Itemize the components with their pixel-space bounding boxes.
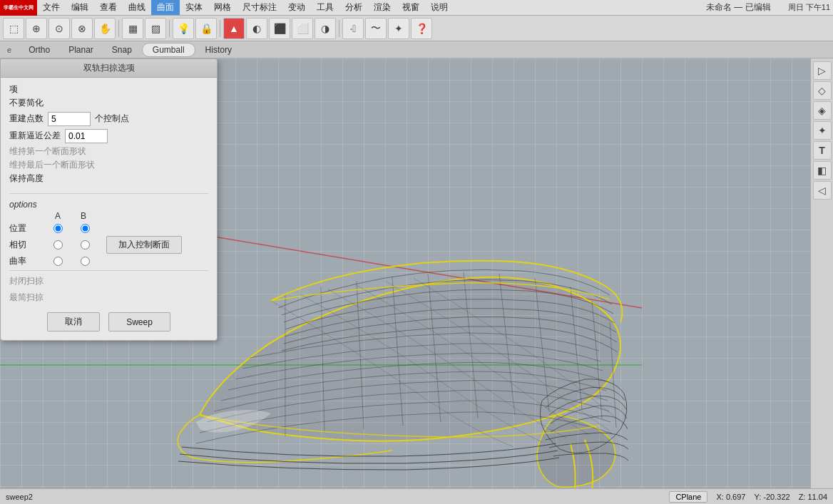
curvature-radios bbox=[45, 257, 98, 266]
tolerance-label: 重新逼近公差 bbox=[9, 130, 61, 142]
tool-shading-3[interactable]: ⬛ bbox=[269, 18, 290, 39]
menu-dim[interactable]: 尺寸标注 bbox=[237, 0, 282, 15]
tool-select[interactable]: ⬚ bbox=[3, 18, 24, 39]
menu-edit[interactable]: 编辑 bbox=[66, 0, 94, 15]
tangent-radio-a[interactable] bbox=[53, 240, 63, 250]
rebuild-row: 重建点数 个控制点 bbox=[9, 111, 208, 126]
viewbtn-history[interactable]: History bbox=[197, 43, 240, 57]
dialog-title: 双轨扫掠选项 bbox=[1, 59, 217, 78]
options-header: options bbox=[1, 197, 217, 211]
menu-items: 文件 编辑 查看 曲线 曲面 实体 网格 尺寸标注 变动 工具 分析 渲染 视窗… bbox=[37, 0, 706, 15]
menu-surface[interactable]: 曲面 bbox=[151, 0, 180, 15]
right-tool-scale[interactable]: ◈ bbox=[813, 101, 832, 120]
options-col-headers: A B bbox=[9, 211, 208, 221]
right-tool-split[interactable]: ◧ bbox=[813, 161, 832, 180]
right-panel: ▷ ◇ ◈ ✦ T ◧ ◁ bbox=[810, 58, 833, 488]
tangent-label: 相切 bbox=[9, 239, 45, 251]
menu-help[interactable]: 说明 bbox=[425, 0, 454, 15]
curvature-radio-b[interactable] bbox=[81, 257, 90, 266]
position-radios bbox=[45, 224, 98, 233]
sweep-button[interactable]: Sweep bbox=[108, 312, 170, 331]
tool-lock[interactable]: 🔒 bbox=[195, 18, 217, 39]
tool-shading-5[interactable]: ◑ bbox=[315, 18, 336, 39]
maintain-last-label: 维持最后一个断面形状 bbox=[9, 159, 208, 171]
menu-analyze[interactable]: 分析 bbox=[339, 0, 368, 15]
rebuild-input[interactable] bbox=[48, 112, 91, 126]
menu-curve[interactable]: 曲线 bbox=[123, 0, 151, 15]
tangent-radio-a-cell bbox=[45, 240, 71, 250]
tool-help[interactable]: ❓ bbox=[411, 18, 432, 39]
position-radio-b-cell bbox=[72, 224, 98, 233]
tool-gumball[interactable]: ✦ bbox=[388, 18, 409, 39]
viewbtn-ortho[interactable]: Ortho bbox=[20, 43, 58, 57]
right-tool-gumball[interactable]: ✦ bbox=[813, 121, 832, 140]
tool-light[interactable]: 💡 bbox=[173, 18, 194, 39]
right-tool-rotate[interactable]: ◇ bbox=[813, 81, 832, 100]
tangent-radio-b[interactable] bbox=[81, 240, 90, 250]
app-logo: 学霸生中文网 bbox=[0, 0, 37, 16]
menu-view[interactable]: 查看 bbox=[94, 0, 123, 15]
position-radio-a-cell bbox=[45, 224, 71, 233]
options-row-tangent: 相切 加入控制断面 bbox=[9, 236, 208, 254]
right-tool-arrow[interactable]: ▷ bbox=[813, 61, 832, 80]
maintain-first-label: 维持第一个断面形状 bbox=[9, 145, 208, 158]
tool-point[interactable]: ·⃣ bbox=[342, 18, 364, 39]
status-bar: sweep2 CPlane X: 0.697 Y: -20.322 Z: 11.… bbox=[0, 488, 833, 504]
cancel-button[interactable]: 取消 bbox=[47, 312, 100, 331]
menu-transform[interactable]: 变动 bbox=[282, 0, 311, 15]
tolerance-input[interactable] bbox=[65, 129, 108, 143]
time-display: 周日 下午11 bbox=[788, 2, 830, 13]
tool-grid[interactable]: ▦ bbox=[122, 18, 143, 39]
viewbtn-gumball[interactable]: Gumball bbox=[142, 43, 195, 57]
options-row-position: 位置 bbox=[9, 222, 208, 235]
tool-zoom-window[interactable]: ⊕ bbox=[26, 18, 47, 39]
y-coord: Y: -20.322 bbox=[754, 493, 789, 501]
shoe-model bbox=[143, 115, 642, 488]
viewport[interactable]: 双轨扫掠选项 项 不要简化 重建点数 个控制点 重新逼近公差 维持第一个断面形状… bbox=[0, 58, 810, 488]
add-section-button[interactable]: 加入控制断面 bbox=[106, 236, 182, 254]
tool-shading-4[interactable]: ⬜ bbox=[292, 18, 313, 39]
viewbtn-snap[interactable]: Snap bbox=[103, 43, 140, 57]
menu-viewport[interactable]: 视窗 bbox=[397, 0, 425, 15]
dialog-section-label: 项 bbox=[9, 83, 208, 96]
toolbar: ⬚ ⊕ ⊙ ⊗ ✋ ▦ ▨ 💡 🔒 ▲ ◐ ⬛ ⬜ ◑ ·⃣ 〜 ✦ ❓ bbox=[0, 16, 833, 41]
menu-render[interactable]: 渲染 bbox=[368, 0, 397, 15]
position-radio-a[interactable] bbox=[53, 224, 63, 233]
tool-render-mode[interactable]: ▨ bbox=[145, 18, 166, 39]
tangent-radios bbox=[45, 240, 98, 250]
tool-curve[interactable]: 〜 bbox=[365, 18, 387, 39]
toolbar-separator-1 bbox=[118, 20, 119, 37]
col-b-header: B bbox=[71, 211, 96, 221]
menu-tools[interactable]: 工具 bbox=[311, 0, 339, 15]
tangent-radio-b-cell bbox=[72, 240, 98, 250]
view-bar: e Ortho Planar Snap Gumball History bbox=[0, 41, 833, 58]
curvature-radio-b-cell bbox=[72, 257, 98, 266]
options-table: A B 位置 相切 bbox=[1, 211, 217, 267]
tool-shading-2[interactable]: ◐ bbox=[246, 18, 267, 39]
tool-zoom-extents[interactable]: ⊙ bbox=[48, 18, 70, 39]
menu-file[interactable]: 文件 bbox=[37, 0, 66, 15]
closed-sweep-label: 封闭扫掠 bbox=[1, 274, 217, 289]
options-row-curvature: 曲率 bbox=[9, 255, 208, 267]
curvature-label: 曲率 bbox=[9, 255, 45, 267]
right-tool-back[interactable]: ◁ bbox=[813, 181, 832, 200]
tool-shading-1[interactable]: ▲ bbox=[223, 18, 245, 39]
tool-zoom-selected[interactable]: ⊗ bbox=[71, 18, 93, 39]
menu-mesh[interactable]: 网格 bbox=[208, 0, 237, 15]
coordinates-display: X: 0.697 Y: -20.322 Z: 11.04 bbox=[716, 493, 827, 501]
cplane-button[interactable]: CPlane bbox=[669, 491, 707, 503]
col-a-header: A bbox=[45, 211, 71, 221]
tool-pan[interactable]: ✋ bbox=[94, 18, 116, 39]
right-tool-text[interactable]: T bbox=[813, 141, 832, 160]
viewbtn-planar[interactable]: Planar bbox=[60, 43, 102, 57]
curvature-radio-a[interactable] bbox=[53, 257, 63, 266]
dialog-footer: 取消 Sweep bbox=[1, 307, 217, 331]
menubar-right: 未命名 — 已编辑 周日 下午11 bbox=[706, 0, 833, 15]
simple-sweep-label: 最简扫掠 bbox=[1, 290, 217, 305]
sweep-dialog: 双轨扫掠选项 项 不要简化 重建点数 个控制点 重新逼近公差 维持第一个断面形状… bbox=[0, 58, 218, 341]
viewport-label: e bbox=[3, 46, 16, 54]
position-radio-b[interactable] bbox=[81, 224, 90, 233]
curvature-radio-a-cell bbox=[45, 257, 71, 266]
menu-solid[interactable]: 实体 bbox=[180, 0, 208, 15]
z-coord: Z: 11.04 bbox=[799, 493, 827, 501]
